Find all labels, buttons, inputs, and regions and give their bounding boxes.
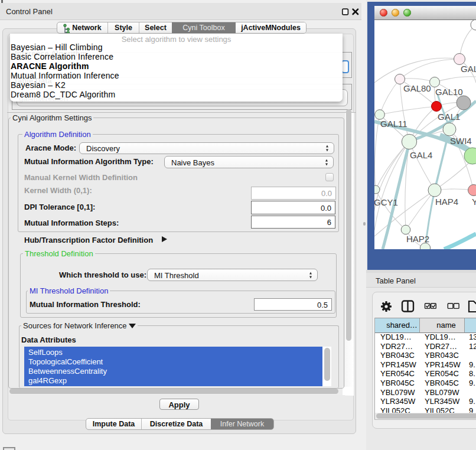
svg-text:GAL7: GAL7 — [461, 64, 476, 74]
svg-text:GAL4: GAL4 — [410, 150, 432, 160]
svg-text:HAP4: HAP4 — [435, 197, 458, 207]
svg-text:GAL10: GAL10 — [435, 87, 463, 97]
svg-text:GCY1: GCY1 — [374, 197, 398, 207]
svg-text:Y: Y — [472, 197, 476, 207]
svg-text:SWI4: SWI4 — [450, 136, 472, 146]
svg-text:GAL1: GAL1 — [438, 112, 460, 122]
svg-text:GAL80: GAL80 — [403, 83, 431, 93]
svg-text:HAP2: HAP2 — [406, 234, 429, 244]
svg-text:GAL11: GAL11 — [380, 119, 407, 129]
